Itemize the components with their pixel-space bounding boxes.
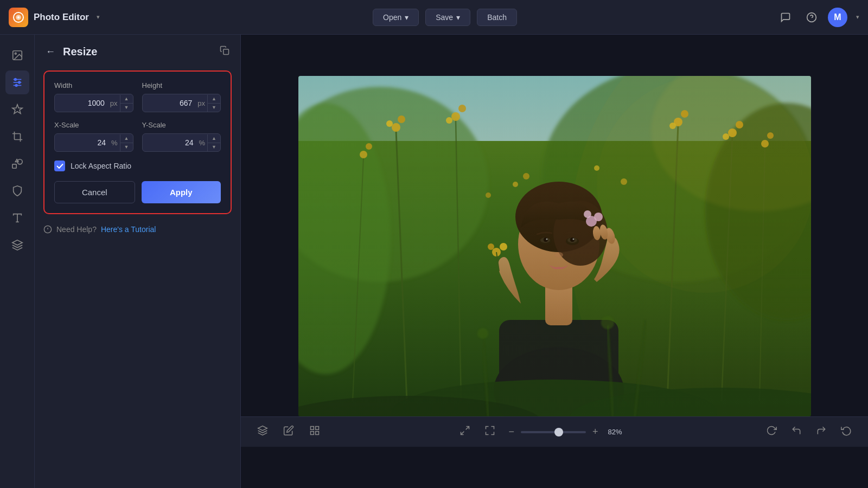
- bottom-toolbar: − + 82%: [241, 416, 868, 447]
- sidebar-overlays-icon[interactable]: [5, 233, 29, 257]
- width-label: Width: [54, 81, 133, 89]
- svg-point-6: [15, 53, 16, 54]
- cancel-button[interactable]: Cancel: [54, 181, 135, 203]
- header: Photo Editor ▾ Open ▾ Save ▾ Batch: [0, 0, 868, 35]
- height-unit: px: [197, 99, 207, 107]
- width-input[interactable]: [55, 94, 110, 112]
- lock-aspect-label: Lock Aspect Ratio: [71, 162, 131, 170]
- logo-area: Photo Editor ▾: [9, 8, 139, 27]
- width-decrement-button[interactable]: ▼: [120, 104, 133, 112]
- sidebar-image-icon[interactable]: [5, 43, 29, 67]
- width-field: Width px ▲ ▼: [54, 81, 133, 112]
- xscale-input-spinner: % ▲ ▼: [54, 133, 133, 152]
- svg-rect-19: [224, 49, 229, 55]
- refresh-button[interactable]: [763, 422, 780, 442]
- sidebar-effects-icon[interactable]: [5, 98, 29, 121]
- panel: ← Resize Width px ▲: [35, 35, 241, 488]
- width-increment-button[interactable]: ▲: [120, 95, 133, 104]
- yscale-label: Y-Scale: [142, 121, 221, 129]
- comment-icon-button[interactable]: [776, 8, 795, 27]
- height-input[interactable]: [143, 94, 198, 112]
- form-actions: Cancel Apply: [54, 181, 221, 203]
- xscale-spinner-buttons: ▲ ▼: [120, 134, 133, 151]
- tutorial-link[interactable]: Here's a Tutorial: [101, 225, 156, 234]
- help-icon-button[interactable]: [802, 8, 821, 27]
- sidebar-shapes-icon[interactable]: [5, 152, 29, 176]
- svg-point-12: [15, 85, 17, 87]
- zoom-slider-container: − +: [506, 424, 600, 440]
- undo-button[interactable]: [788, 422, 805, 442]
- yscale-input-spinner: % ▲ ▼: [142, 133, 221, 152]
- layers-button[interactable]: [254, 422, 271, 442]
- height-field: Height px ▲ ▼: [142, 81, 221, 112]
- bottom-center-tools: − + 82%: [456, 422, 629, 442]
- open-button[interactable]: Open ▾: [373, 9, 419, 26]
- height-input-spinner: px ▲ ▼: [142, 94, 221, 112]
- main-layout: ← Resize Width px ▲: [0, 35, 868, 488]
- sidebar-text-icon[interactable]: [5, 206, 29, 230]
- svg-point-11: [18, 81, 20, 84]
- panel-title: Resize: [63, 46, 97, 58]
- svg-rect-97: [311, 432, 314, 435]
- yscale-decrement-button[interactable]: ▼: [208, 143, 220, 151]
- yscale-unit: %: [199, 139, 208, 147]
- info-icon: [43, 225, 52, 234]
- bottom-right-tools: [763, 422, 855, 442]
- yscale-input[interactable]: [143, 134, 199, 151]
- height-increment-button[interactable]: ▲: [208, 95, 220, 104]
- svg-line-98: [466, 427, 469, 430]
- yscale-increment-button[interactable]: ▲: [208, 134, 220, 143]
- photo-frame: [298, 76, 811, 416]
- app-dropdown-arrow[interactable]: ▾: [97, 14, 100, 21]
- save-button[interactable]: Save ▾: [425, 9, 470, 26]
- width-unit: px: [110, 99, 120, 107]
- dimensions-row: Width px ▲ ▼ Height px: [54, 81, 221, 112]
- yscale-field: Y-Scale % ▲ ▼: [142, 121, 221, 152]
- xscale-input[interactable]: [55, 134, 111, 151]
- app-title: Photo Editor: [34, 12, 89, 23]
- width-spinner-buttons: ▲ ▼: [120, 95, 133, 112]
- height-spinner-buttons: ▲ ▼: [207, 95, 220, 112]
- xscale-decrement-button[interactable]: ▼: [120, 143, 133, 151]
- svg-rect-95: [316, 427, 319, 430]
- sidebar-retouch-icon[interactable]: [5, 179, 29, 203]
- zoom-percent: 82%: [608, 428, 630, 436]
- lock-aspect-checkbox[interactable]: [54, 160, 65, 171]
- panel-copy-icon-button[interactable]: [218, 43, 232, 60]
- redo-button[interactable]: [813, 422, 830, 442]
- zoom-out-button[interactable]: −: [506, 424, 516, 440]
- resize-form: Width px ▲ ▼ Height px: [43, 70, 232, 214]
- grid-button[interactable]: [306, 422, 323, 442]
- panel-header-left: ← Resize: [43, 44, 97, 60]
- svg-rect-14: [12, 164, 16, 168]
- user-avatar-button[interactable]: M: [828, 8, 847, 27]
- yscale-spinner-buttons: ▲ ▼: [207, 134, 220, 151]
- fit-view-button[interactable]: [456, 422, 474, 442]
- height-label: Height: [142, 81, 221, 89]
- sidebar-adjustments-icon[interactable]: [5, 70, 29, 94]
- svg-point-2: [17, 16, 20, 18]
- back-button[interactable]: ←: [43, 44, 58, 60]
- xscale-label: X-Scale: [54, 121, 133, 129]
- height-decrement-button[interactable]: ▼: [208, 104, 220, 112]
- help-text: Need Help?: [56, 225, 97, 234]
- apply-button[interactable]: Apply: [142, 181, 221, 203]
- svg-point-10: [14, 79, 16, 81]
- batch-button[interactable]: Batch: [477, 9, 517, 26]
- user-dropdown-arrow[interactable]: ▾: [856, 14, 859, 21]
- edit-button[interactable]: [280, 422, 297, 442]
- icon-sidebar: [0, 35, 35, 488]
- history-button[interactable]: [838, 422, 855, 442]
- zoom-in-button[interactable]: +: [590, 424, 601, 440]
- crop-zoom-button[interactable]: [481, 422, 499, 442]
- sidebar-crop-icon[interactable]: [5, 125, 29, 149]
- xscale-increment-button[interactable]: ▲: [120, 134, 133, 143]
- header-center: Open ▾ Save ▾ Batch: [139, 9, 751, 26]
- scale-row: X-Scale % ▲ ▼ Y-Scale %: [54, 121, 221, 152]
- photo-image: [298, 76, 811, 416]
- zoom-slider[interactable]: [521, 431, 586, 433]
- header-right: M ▾: [751, 8, 859, 27]
- svg-rect-94: [311, 427, 314, 430]
- svg-rect-13: [14, 134, 20, 140]
- svg-line-99: [461, 432, 464, 435]
